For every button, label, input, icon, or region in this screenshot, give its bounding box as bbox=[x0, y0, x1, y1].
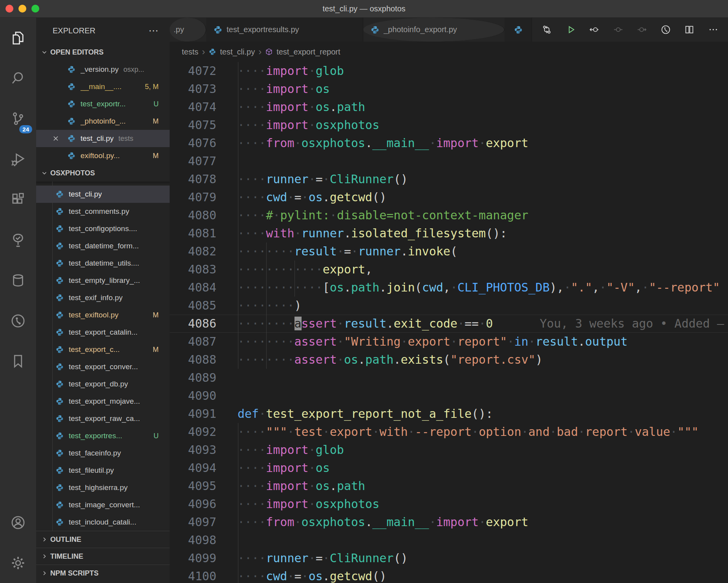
code-line[interactable]: 4086········assert·result.exit_code·==·0… bbox=[170, 315, 728, 333]
breadcrumb-item[interactable]: tests bbox=[182, 47, 198, 56]
tab-python-icon-partial[interactable] bbox=[505, 18, 532, 42]
activity-explorer[interactable] bbox=[0, 18, 36, 58]
code-line[interactable]: 4100····cwd·=·os.getcwd() bbox=[170, 567, 728, 583]
split-editor-icon[interactable] bbox=[684, 24, 695, 35]
open-editor-item[interactable]: test_cli.pytests bbox=[36, 130, 170, 147]
activity-gitlens[interactable] bbox=[0, 301, 36, 341]
activity-account[interactable] bbox=[0, 502, 36, 543]
open-editor-item[interactable]: exiftool.py...M bbox=[36, 147, 170, 164]
file-tree-item[interactable]: test_empty_library_... bbox=[36, 272, 170, 289]
compare-changes-icon[interactable] bbox=[541, 24, 552, 35]
code-area[interactable]: 4072····import·glob4073····import·os4074… bbox=[170, 62, 728, 583]
code-line[interactable]: 4090 bbox=[170, 387, 728, 405]
file-tree-item[interactable]: test_export_c...M bbox=[36, 341, 170, 358]
file-tree-item[interactable]: test_highsierra.py bbox=[36, 479, 170, 496]
python-icon bbox=[55, 449, 64, 457]
sidebar-section-npm-scripts[interactable]: NPM SCRIPTS bbox=[36, 565, 170, 581]
breadcrumb-item[interactable]: test_export_report bbox=[276, 47, 340, 56]
chevron-right-icon: › bbox=[258, 48, 262, 56]
code-line[interactable]: 4075····import·osxphotos bbox=[170, 116, 728, 134]
indent-guide bbox=[238, 513, 238, 531]
code-line[interactable]: 4089 bbox=[170, 369, 728, 387]
activity-bookmarks[interactable] bbox=[0, 341, 36, 381]
file-tree-item[interactable]: test_cli.py bbox=[36, 186, 170, 203]
code-line[interactable]: 4095····import·os.path bbox=[170, 477, 728, 495]
code-line[interactable]: 4080····#·pylint:·disable=not-context-ma… bbox=[170, 206, 728, 224]
open-editor-item[interactable]: test_exportr...U bbox=[36, 95, 170, 113]
maximize-window-button[interactable] bbox=[31, 5, 39, 13]
close-icon[interactable] bbox=[52, 135, 59, 142]
open-editor-item[interactable]: _version.pyosxp... bbox=[36, 61, 170, 78]
file-tree-item[interactable]: test_export_conver... bbox=[36, 358, 170, 375]
open-editor-item[interactable]: _photoinfo_...M bbox=[36, 113, 170, 130]
code-line[interactable]: 4091def·test_export_report_not_a_file(): bbox=[170, 405, 728, 423]
code-line[interactable]: 4073····import·os bbox=[170, 80, 728, 98]
code-line[interactable]: 4097····from·osxphotos.__main__·import·e… bbox=[170, 513, 728, 531]
tab-_photoinfo_export.py[interactable]: _photoinfo_export.py bbox=[363, 18, 505, 42]
code-line[interactable]: 4081····with·runner.isolated_filesystem(… bbox=[170, 224, 728, 242]
code-line[interactable]: 4092····"""·test·export·with·--report·op… bbox=[170, 423, 728, 441]
run-icon[interactable] bbox=[565, 24, 576, 35]
activity-extensions[interactable] bbox=[0, 179, 36, 220]
line-number: 4096 bbox=[170, 495, 238, 513]
code-line[interactable]: 4096····import·osxphotos bbox=[170, 495, 728, 513]
code-line[interactable]: 4099····runner·=·CliRunner() bbox=[170, 549, 728, 567]
file-tree-item[interactable]: test_exif_info.py bbox=[36, 289, 170, 306]
git-status-badge: M bbox=[153, 117, 159, 126]
code-line[interactable]: 4093····import·glob bbox=[170, 441, 728, 459]
tab-test_exportresults.py[interactable]: test_exportresults.py bbox=[206, 18, 363, 42]
close-icon[interactable] bbox=[52, 135, 59, 144]
file-tree-item[interactable]: test_configoptions.... bbox=[36, 220, 170, 237]
file-tree-item[interactable]: test_datetime_utils.... bbox=[36, 255, 170, 272]
file-tree-item[interactable]: test_export_db.py bbox=[36, 375, 170, 393]
code-line[interactable]: 4087········assert·"Writing·export·repor… bbox=[170, 333, 728, 351]
more-actions-icon[interactable] bbox=[708, 24, 719, 35]
breadcrumb-item[interactable]: test_cli.py bbox=[220, 47, 255, 56]
file-tree-item[interactable]: test_exportres...U bbox=[36, 427, 170, 445]
code-line[interactable]: 4088········assert·os.path.exists("repor… bbox=[170, 351, 728, 369]
activity-settings[interactable] bbox=[0, 543, 36, 583]
code-line[interactable]: 4078····runner·=·CliRunner() bbox=[170, 170, 728, 188]
file-tree-item[interactable]: test_export_catalin... bbox=[36, 324, 170, 341]
code-line[interactable]: 4076····from·osxphotos.__main__·import·e… bbox=[170, 134, 728, 152]
code-line[interactable]: 4082········result·=·runner.invoke( bbox=[170, 242, 728, 261]
code-line[interactable]: 4085········) bbox=[170, 297, 728, 315]
activity-database[interactable] bbox=[0, 260, 36, 301]
file-tree-item[interactable]: test_comments.py bbox=[36, 203, 170, 220]
activity-todo-tree[interactable] bbox=[0, 220, 36, 260]
file-tree-item[interactable]: test_export_mojave... bbox=[36, 393, 170, 410]
run-commit-graph-icon[interactable] bbox=[660, 24, 671, 35]
activity-run-debug[interactable] bbox=[0, 139, 36, 179]
activity-bar: 24 bbox=[0, 18, 36, 583]
step-out-icon[interactable] bbox=[637, 24, 647, 35]
sidebar-section-outline[interactable]: OUTLINE bbox=[36, 531, 170, 548]
file-tree-item[interactable]: test_incloud_catali... bbox=[36, 514, 170, 531]
code-line[interactable]: 4072····import·glob bbox=[170, 62, 728, 80]
code-line[interactable]: 4074····import·os.path bbox=[170, 98, 728, 116]
section-open-editors[interactable]: OPEN EDITORS bbox=[36, 44, 170, 61]
activity-search[interactable] bbox=[0, 58, 36, 98]
code-line[interactable]: 4083············export, bbox=[170, 261, 728, 279]
section-osxphotos[interactable]: OSXPHOTOS bbox=[36, 164, 170, 182]
sidebar-section-timeline[interactable]: TIMELINE bbox=[36, 548, 170, 565]
file-tree-item[interactable]: test_faceinfo.py bbox=[36, 445, 170, 462]
close-window-button[interactable] bbox=[5, 5, 13, 13]
more-actions-icon[interactable]: ⋯ bbox=[148, 29, 159, 33]
file-tree-item[interactable]: test_fileutil.py bbox=[36, 462, 170, 479]
open-editor-item[interactable]: __main__....5, M bbox=[36, 78, 170, 95]
file-tree-item[interactable]: test_export_raw_ca... bbox=[36, 410, 170, 427]
code-line[interactable]: 4077 bbox=[170, 152, 728, 170]
code-line[interactable]: 4094····import·os bbox=[170, 459, 728, 477]
step-back-icon[interactable] bbox=[589, 24, 600, 35]
file-tree-item[interactable]: test_exiftool.pyM bbox=[36, 306, 170, 324]
file-tree-item[interactable]: test_image_convert... bbox=[36, 496, 170, 514]
code-line[interactable]: 4098 bbox=[170, 531, 728, 549]
code-line[interactable]: 4079····cwd·=·os.getcwd() bbox=[170, 188, 728, 206]
file-tree-item[interactable]: test_datetime_form... bbox=[36, 237, 170, 255]
code-line[interactable]: 4084············[os.path.join(cwd,·CLI_P… bbox=[170, 279, 728, 297]
tab-.py[interactable]: .py bbox=[170, 18, 206, 42]
activity-source-control[interactable]: 24 bbox=[0, 98, 36, 139]
step-over-icon[interactable] bbox=[613, 24, 624, 35]
minimize-window-button[interactable] bbox=[18, 5, 26, 13]
open-editors-list: _version.pyosxp... __main__....5, M test… bbox=[36, 61, 170, 164]
